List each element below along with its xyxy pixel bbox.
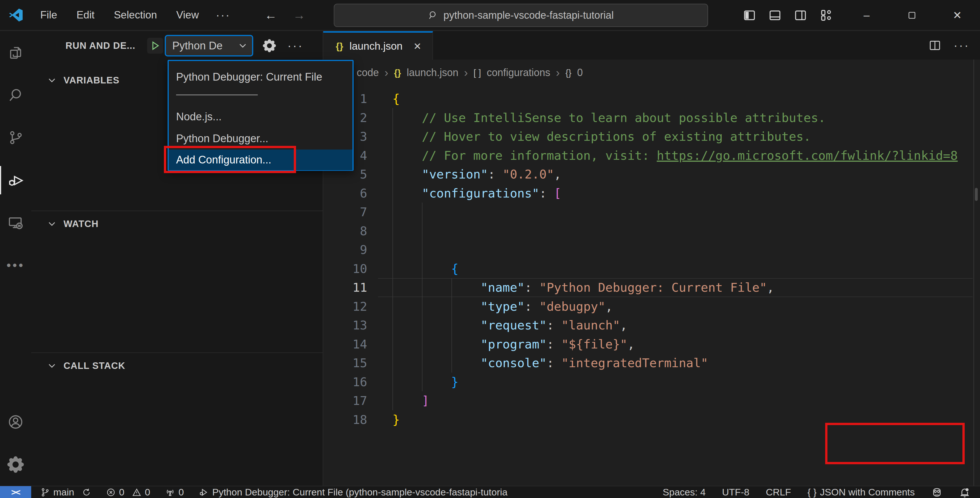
code-line[interactable]: 7 (323, 203, 980, 222)
status-bar: >< main (0, 486, 980, 498)
debug-settings-gear-icon[interactable] (263, 39, 276, 52)
notifications-bell-icon[interactable] (959, 487, 970, 498)
menu-file[interactable]: File (38, 7, 60, 23)
code-line[interactable]: 3 // Hover to view descriptions of exist… (323, 127, 980, 146)
editor-actions: ··· (929, 31, 970, 60)
settings-gear-icon[interactable] (0, 443, 31, 486)
search-value: python-sample-vscode-fastapi-tutorial (444, 10, 614, 21)
dropdown-item-current-file[interactable]: Python Debugger: Current File (169, 65, 352, 89)
dropdown-separator (176, 94, 258, 95)
chevron-down-icon (48, 362, 56, 370)
toggle-secondary-sidebar-icon[interactable] (794, 9, 807, 22)
maximize-button[interactable] (889, 0, 935, 30)
code-text: // Hover to view descriptions of existin… (367, 127, 811, 146)
language-mode-status[interactable]: { } JSON with Comments (807, 487, 915, 498)
code-line[interactable]: 12 "type": "debugpy", (323, 297, 980, 316)
watch-section-header[interactable]: WATCH (31, 215, 323, 233)
line-number: 14 (323, 335, 367, 354)
code-line[interactable]: 9 (323, 240, 980, 259)
tab-bar: {} launch.json ✕ (323, 31, 980, 60)
toggle-sidebar-icon[interactable] (743, 9, 756, 22)
json-file-icon: {} (336, 41, 343, 52)
breadcrumb-index[interactable]: 0 (577, 67, 583, 78)
command-center-search[interactable]: python-sample-vscode-fastapi-tutorial (334, 4, 708, 27)
warning-icon (132, 487, 142, 497)
source-control-icon[interactable] (0, 117, 31, 159)
code-line[interactable]: 4 // For more information, visit: https:… (323, 146, 980, 165)
breadcrumb-root[interactable]: code (357, 67, 379, 78)
code-text: { (367, 259, 458, 278)
code-line[interactable]: 11 "name": "Python Debugger: Current Fil… (323, 278, 980, 297)
debug-config-value: Python De (172, 40, 222, 52)
code-line[interactable]: 16 } (323, 373, 980, 392)
minimize-button[interactable]: – (844, 0, 889, 30)
call-stack-section-header[interactable]: CALL STACK (31, 357, 323, 375)
menu-selection[interactable]: Selection (111, 7, 159, 23)
close-window-button[interactable]: ✕ (935, 0, 980, 30)
code-line[interactable]: 10 { (323, 259, 980, 278)
ports-count: 0 (179, 487, 184, 498)
breadcrumb-file[interactable]: launch.json (407, 67, 458, 78)
code-line[interactable]: 15 "console": "integratedTerminal" (323, 354, 980, 373)
vscode-logo-icon[interactable] (8, 8, 23, 22)
code-line[interactable]: 14 "program": "${file}", (323, 335, 980, 354)
accounts-icon[interactable] (0, 401, 31, 443)
sidebar-title: RUN AND DE... (65, 40, 135, 51)
remote-explorer-icon[interactable] (0, 201, 31, 244)
more-views-icon[interactable]: ••• (0, 244, 31, 287)
debug-config-select[interactable]: Python De (165, 35, 253, 56)
debug-status[interactable]: Python Debugger: Current File (python-sa… (199, 487, 507, 498)
branch-status[interactable]: main (40, 487, 91, 498)
copilot-icon[interactable] (931, 487, 943, 498)
menu-edit[interactable]: Edit (74, 7, 97, 23)
chevron-down-icon (48, 76, 56, 85)
editor-group: {} launch.json ✕ ··· code › {} launch.js… (323, 31, 980, 486)
editor-more-actions-icon[interactable]: ··· (954, 38, 970, 52)
code-line[interactable]: 17 ] (323, 391, 980, 410)
code-text: "name": "Python Debugger: Current File", (367, 278, 774, 297)
eol-status[interactable]: CRLF (766, 487, 791, 498)
debug-more-actions-icon[interactable]: ··· (287, 39, 304, 53)
warning-count: 0 (145, 487, 150, 498)
dropdown-item-nodejs[interactable]: Node.js... (169, 106, 352, 128)
code-line[interactable]: 5 "version": "0.2.0", (323, 165, 980, 184)
line-number: 6 (323, 184, 367, 203)
toggle-panel-icon[interactable] (768, 9, 781, 22)
menu-view[interactable]: View (174, 7, 201, 23)
breadcrumb-section[interactable]: configurations (487, 67, 550, 78)
search-icon (428, 10, 438, 21)
split-editor-icon[interactable] (929, 39, 941, 52)
code-editor[interactable]: 1{2 // Use IntelliSense to learn about p… (323, 89, 980, 429)
ports-status[interactable]: 0 (165, 487, 184, 498)
code-text: } (367, 410, 400, 429)
history-nav: ← → (264, 8, 305, 22)
indentation-status[interactable]: Spaces: 4 (663, 487, 705, 498)
scrollbar-slider[interactable] (975, 188, 978, 201)
explorer-icon[interactable] (0, 31, 31, 74)
forward-arrow-icon[interactable]: → (293, 8, 305, 22)
start-debug-button[interactable] (147, 38, 163, 54)
code-line[interactable]: 8 (323, 222, 980, 241)
code-text: ] (367, 391, 429, 410)
menu-more-icon[interactable]: ··· (216, 9, 231, 22)
encoding-status[interactable]: UTF-8 (722, 487, 749, 498)
debug-icon (199, 487, 209, 498)
search-sidebar-icon[interactable] (0, 74, 31, 117)
back-arrow-icon[interactable]: ← (264, 8, 277, 22)
remote-indicator[interactable]: >< (0, 486, 31, 498)
run-and-debug-icon[interactable] (0, 159, 31, 201)
tab-launch-json[interactable]: {} launch.json ✕ (323, 31, 433, 60)
breadcrumb[interactable]: code › {} launch.json › [ ] configuratio… (323, 60, 980, 86)
annotation-box-add-config-button (825, 423, 965, 464)
customize-layout-icon[interactable] (819, 9, 832, 22)
code-line[interactable]: 6 "configurations": [ (323, 184, 980, 203)
line-number: 11 (323, 278, 367, 297)
code-text: "console": "integratedTerminal" (367, 354, 708, 373)
code-text: } (367, 373, 458, 392)
close-tab-icon[interactable]: ✕ (414, 41, 422, 52)
code-line[interactable]: 2 // Use IntelliSense to learn about pos… (323, 109, 980, 128)
problems-status[interactable]: 0 0 (106, 487, 150, 498)
code-line[interactable]: 13 "request": "launch", (323, 316, 980, 335)
code-line[interactable]: 1{ (323, 89, 980, 109)
code-text: "version": "0.2.0", (367, 165, 561, 184)
